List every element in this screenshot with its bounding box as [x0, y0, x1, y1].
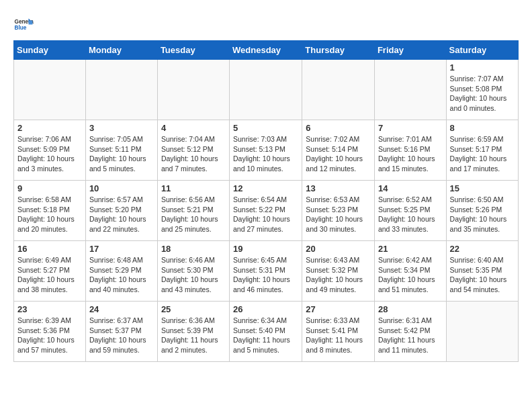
- day-number: 6: [306, 123, 371, 133]
- day-number: 26: [233, 304, 298, 314]
- day-number: 11: [161, 183, 226, 193]
- calendar-day: 22Sunrise: 6:40 AM Sunset: 5:35 PM Dayli…: [446, 241, 518, 302]
- calendar-day: 21Sunrise: 6:42 AM Sunset: 5:34 PM Dayli…: [374, 241, 446, 302]
- day-number: 23: [17, 304, 82, 314]
- calendar-week-5: 23Sunrise: 6:39 AM Sunset: 5:36 PM Dayli…: [14, 302, 519, 362]
- calendar-day: 17Sunrise: 6:48 AM Sunset: 5:29 PM Dayli…: [85, 241, 157, 302]
- calendar-header-monday: Monday: [85, 41, 157, 60]
- day-info: Sunrise: 6:48 AM Sunset: 5:29 PM Dayligh…: [89, 255, 154, 295]
- logo-icon: General Blue: [13, 13, 34, 34]
- calendar-header-thursday: Thursday: [302, 41, 375, 60]
- day-info: Sunrise: 7:01 AM Sunset: 5:16 PM Dayligh…: [378, 134, 443, 174]
- calendar-day: [157, 60, 229, 120]
- day-info: Sunrise: 6:31 AM Sunset: 5:42 PM Dayligh…: [378, 316, 443, 355]
- calendar-day: 26Sunrise: 6:34 AM Sunset: 5:40 PM Dayli…: [230, 302, 302, 362]
- calendar-day: [230, 60, 302, 120]
- day-info: Sunrise: 6:42 AM Sunset: 5:34 PM Dayligh…: [378, 255, 443, 295]
- day-info: Sunrise: 7:04 AM Sunset: 5:12 PM Dayligh…: [161, 134, 226, 174]
- day-number: 4: [161, 123, 226, 133]
- calendar-day: 4Sunrise: 7:04 AM Sunset: 5:12 PM Daylig…: [157, 120, 229, 181]
- calendar-week-3: 9Sunrise: 6:58 AM Sunset: 5:18 PM Daylig…: [14, 181, 519, 241]
- day-number: 7: [378, 123, 443, 133]
- day-number: 21: [378, 244, 443, 254]
- day-number: 5: [233, 123, 298, 133]
- day-number: 8: [450, 123, 515, 133]
- day-number: 28: [378, 304, 443, 314]
- calendar-week-1: 1Sunrise: 7:07 AM Sunset: 5:08 PM Daylig…: [14, 60, 519, 120]
- day-number: 16: [17, 244, 82, 254]
- calendar-day: [85, 60, 157, 120]
- day-number: 9: [17, 183, 82, 193]
- svg-marker-4: [29, 21, 33, 25]
- calendar-day: 18Sunrise: 6:46 AM Sunset: 5:30 PM Dayli…: [157, 241, 229, 302]
- calendar-week-4: 16Sunrise: 6:49 AM Sunset: 5:27 PM Dayli…: [14, 241, 519, 302]
- day-info: Sunrise: 6:57 AM Sunset: 5:20 PM Dayligh…: [89, 195, 154, 234]
- calendar-day: 9Sunrise: 6:58 AM Sunset: 5:18 PM Daylig…: [14, 181, 86, 241]
- day-number: 18: [161, 244, 226, 254]
- day-info: Sunrise: 6:45 AM Sunset: 5:31 PM Dayligh…: [233, 255, 298, 295]
- calendar-day: 12Sunrise: 6:54 AM Sunset: 5:22 PM Dayli…: [230, 181, 302, 241]
- day-number: 24: [89, 304, 154, 314]
- day-number: 1: [450, 62, 515, 73]
- calendar-day: 6Sunrise: 7:02 AM Sunset: 5:14 PM Daylig…: [302, 120, 375, 181]
- day-info: Sunrise: 6:37 AM Sunset: 5:37 PM Dayligh…: [89, 316, 154, 355]
- calendar-week-2: 2Sunrise: 7:06 AM Sunset: 5:09 PM Daylig…: [14, 120, 519, 181]
- day-info: Sunrise: 7:02 AM Sunset: 5:14 PM Dayligh…: [306, 134, 371, 174]
- day-number: 27: [306, 304, 371, 314]
- day-number: 15: [450, 183, 515, 193]
- day-info: Sunrise: 6:53 AM Sunset: 5:23 PM Dayligh…: [306, 195, 371, 234]
- day-info: Sunrise: 6:52 AM Sunset: 5:25 PM Dayligh…: [378, 195, 443, 234]
- day-info: Sunrise: 7:03 AM Sunset: 5:13 PM Dayligh…: [233, 134, 298, 174]
- calendar-day: 10Sunrise: 6:57 AM Sunset: 5:20 PM Dayli…: [85, 181, 157, 241]
- calendar-day: 2Sunrise: 7:06 AM Sunset: 5:09 PM Daylig…: [14, 120, 86, 181]
- day-info: Sunrise: 6:49 AM Sunset: 5:27 PM Dayligh…: [17, 255, 82, 295]
- day-info: Sunrise: 7:06 AM Sunset: 5:09 PM Dayligh…: [17, 134, 82, 174]
- day-info: Sunrise: 6:54 AM Sunset: 5:22 PM Dayligh…: [233, 195, 298, 234]
- calendar-day: 13Sunrise: 6:53 AM Sunset: 5:23 PM Dayli…: [302, 181, 375, 241]
- calendar-day: 20Sunrise: 6:43 AM Sunset: 5:32 PM Dayli…: [302, 241, 375, 302]
- day-number: 13: [306, 183, 371, 193]
- calendar-day: 23Sunrise: 6:39 AM Sunset: 5:36 PM Dayli…: [14, 302, 86, 362]
- calendar-day: 7Sunrise: 7:01 AM Sunset: 5:16 PM Daylig…: [374, 120, 446, 181]
- calendar-day: 28Sunrise: 6:31 AM Sunset: 5:42 PM Dayli…: [374, 302, 446, 362]
- calendar-day: 25Sunrise: 6:36 AM Sunset: 5:39 PM Dayli…: [157, 302, 229, 362]
- day-number: 17: [89, 244, 154, 254]
- calendar-header-wednesday: Wednesday: [230, 41, 302, 60]
- day-number: 25: [161, 304, 226, 314]
- calendar-table: SundayMondayTuesdayWednesdayThursdayFrid…: [13, 40, 519, 362]
- day-number: 10: [89, 183, 154, 193]
- day-info: Sunrise: 6:46 AM Sunset: 5:30 PM Dayligh…: [161, 255, 226, 295]
- page-header: General Blue: [13, 13, 519, 34]
- svg-text:Blue: Blue: [15, 25, 27, 31]
- calendar-day: [14, 60, 86, 120]
- calendar-day: 19Sunrise: 6:45 AM Sunset: 5:31 PM Dayli…: [230, 241, 302, 302]
- calendar-day: 5Sunrise: 7:03 AM Sunset: 5:13 PM Daylig…: [230, 120, 302, 181]
- calendar-header-row: SundayMondayTuesdayWednesdayThursdayFrid…: [14, 41, 519, 60]
- calendar-header-saturday: Saturday: [446, 41, 518, 60]
- day-info: Sunrise: 6:43 AM Sunset: 5:32 PM Dayligh…: [306, 255, 371, 295]
- calendar-day: 1Sunrise: 7:07 AM Sunset: 5:08 PM Daylig…: [446, 60, 518, 120]
- calendar-header-friday: Friday: [374, 41, 446, 60]
- day-info: Sunrise: 6:59 AM Sunset: 5:17 PM Dayligh…: [450, 134, 515, 174]
- calendar-day: 15Sunrise: 6:50 AM Sunset: 5:26 PM Dayli…: [446, 181, 518, 241]
- day-number: 12: [233, 183, 298, 193]
- day-number: 14: [378, 183, 443, 193]
- calendar-day: 27Sunrise: 6:33 AM Sunset: 5:41 PM Dayli…: [302, 302, 375, 362]
- day-number: 19: [233, 244, 298, 254]
- calendar-day: [446, 302, 518, 362]
- calendar-day: 16Sunrise: 6:49 AM Sunset: 5:27 PM Dayli…: [14, 241, 86, 302]
- calendar-day: 8Sunrise: 6:59 AM Sunset: 5:17 PM Daylig…: [446, 120, 518, 181]
- day-info: Sunrise: 7:07 AM Sunset: 5:08 PM Dayligh…: [450, 74, 515, 113]
- day-number: 20: [306, 244, 371, 254]
- day-info: Sunrise: 6:33 AM Sunset: 5:41 PM Dayligh…: [306, 316, 371, 355]
- calendar-day: 3Sunrise: 7:05 AM Sunset: 5:11 PM Daylig…: [85, 120, 157, 181]
- logo: General Blue: [13, 13, 35, 34]
- calendar-day: [374, 60, 446, 120]
- calendar-day: 11Sunrise: 6:56 AM Sunset: 5:21 PM Dayli…: [157, 181, 229, 241]
- calendar-day: [302, 60, 375, 120]
- day-info: Sunrise: 6:34 AM Sunset: 5:40 PM Dayligh…: [233, 316, 298, 355]
- day-number: 2: [17, 123, 82, 133]
- calendar-day: 24Sunrise: 6:37 AM Sunset: 5:37 PM Dayli…: [85, 302, 157, 362]
- day-info: Sunrise: 6:58 AM Sunset: 5:18 PM Dayligh…: [17, 195, 82, 234]
- day-number: 3: [89, 123, 154, 133]
